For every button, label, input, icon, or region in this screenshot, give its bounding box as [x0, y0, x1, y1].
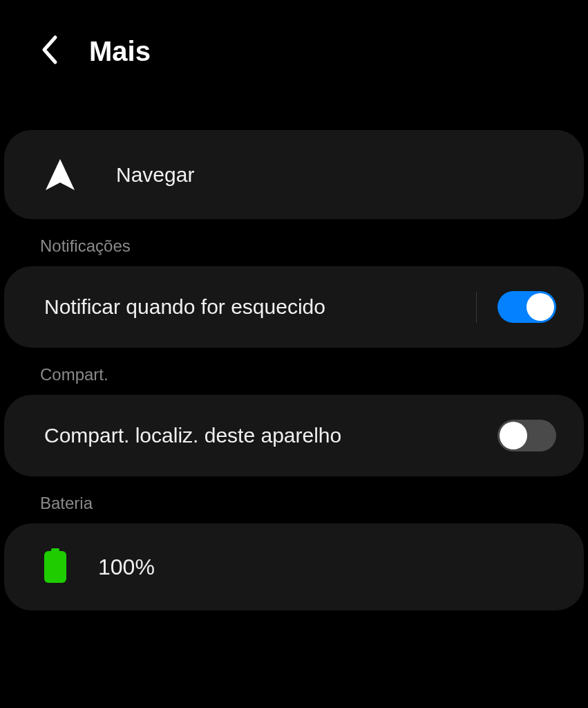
share-location-label: Compart. localiz. deste aparelho: [44, 424, 497, 447]
navigate-row[interactable]: Navegar: [4, 130, 584, 219]
back-icon[interactable]: [40, 35, 58, 68]
header: Mais: [0, 0, 588, 102]
sharing-section-label: Compart.: [0, 348, 588, 395]
row-divider: [476, 292, 477, 323]
notify-when-forgotten-row[interactable]: Notificar quando for esquecido: [4, 266, 584, 348]
page-title: Mais: [89, 36, 151, 67]
battery-icon: [44, 548, 66, 586]
share-location-toggle[interactable]: [497, 420, 556, 451]
notify-when-forgotten-label: Notificar quando for esquecido: [44, 295, 476, 319]
notify-when-forgotten-toggle[interactable]: [497, 291, 556, 323]
battery-level: 100%: [98, 555, 155, 580]
battery-row[interactable]: 100%: [4, 523, 584, 611]
navigate-icon: [44, 158, 76, 192]
notifications-section-label: Notificações: [0, 219, 588, 266]
svg-rect-1: [44, 551, 66, 583]
share-location-row[interactable]: Compart. localiz. deste aparelho: [4, 395, 584, 476]
battery-section-label: Bateria: [0, 476, 588, 523]
navigate-label: Navegar: [116, 163, 556, 187]
